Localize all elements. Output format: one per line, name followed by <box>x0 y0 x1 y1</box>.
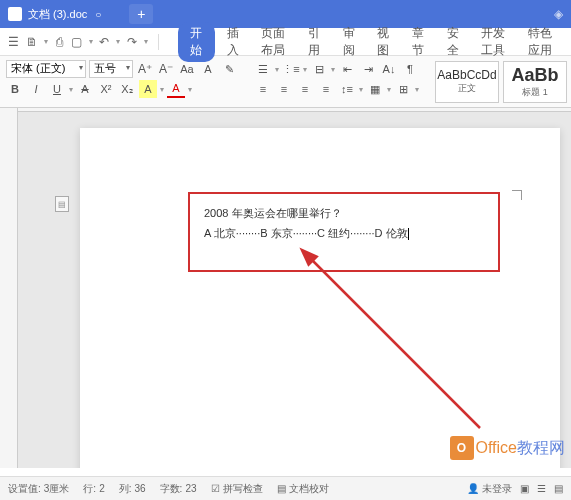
tab-layout[interactable]: 页面布局 <box>251 22 296 62</box>
style-preview: AaBbCcDd <box>437 68 496 82</box>
justify-icon[interactable]: ≡ <box>317 80 335 98</box>
sort-icon[interactable]: A↓ <box>380 60 398 78</box>
ribbon-tabs: 开始 插入 页面布局 引用 审阅 视图 章节 安全 开发工具 特色应用 <box>178 22 563 62</box>
chevron-down-icon[interactable]: ▾ <box>144 37 148 46</box>
style-normal[interactable]: AaBbCcDd 正文 <box>435 61 499 103</box>
workspace: 2008 年奥运会在哪里举行？ A 北京········B 东京········… <box>0 108 571 468</box>
doc-icon <box>8 7 22 21</box>
shading-icon[interactable]: ▦ <box>366 80 384 98</box>
status-words[interactable]: 字数: 23 <box>160 482 197 496</box>
style-heading1[interactable]: AaBb 标题 1 <box>503 61 567 103</box>
borders-icon[interactable]: ⊞ <box>394 80 412 98</box>
doc-icon: ▤ <box>277 483 286 494</box>
paragraph-group: ☰▾ ⋮≡▾ ⊟▾ ⇤ ⇥ A↓ ¶ ≡ ≡ ≡ ≡ ↕≡▾ ▦▾ ⊞▾ <box>254 60 419 103</box>
italic-button[interactable]: I <box>27 80 45 98</box>
status-setting: 设置值: 3厘米 <box>8 482 69 496</box>
status-col: 列: 36 <box>119 482 146 496</box>
status-login[interactable]: 👤未登录 <box>467 482 512 496</box>
tab-reference[interactable]: 引用 <box>298 22 331 62</box>
view-page-icon[interactable]: ▣ <box>520 483 529 494</box>
chevron-down-icon[interactable]: ▾ <box>116 37 120 46</box>
status-row: 行: 2 <box>83 482 104 496</box>
text-cursor <box>408 228 409 240</box>
align-right-icon[interactable]: ≡ <box>296 80 314 98</box>
menu-icon[interactable]: ☰ <box>8 34 20 50</box>
highlight-button[interactable]: A <box>139 80 157 98</box>
preview-icon[interactable]: ▢ <box>71 34 83 50</box>
chevron-down-icon[interactable]: ▾ <box>89 37 93 46</box>
view-outline-icon[interactable]: ☰ <box>537 483 546 494</box>
align-center-icon[interactable]: ≡ <box>275 80 293 98</box>
status-bar: 设置值: 3厘米 行: 2 列: 36 字数: 23 ☑拼写检查 ▤文档校对 👤… <box>0 476 571 500</box>
selection-box: 2008 年奥运会在哪里举行？ A 北京········B 东京········… <box>188 192 500 272</box>
styles-group: AaBbCcDd 正文 AaBb 标题 1 <box>435 60 567 103</box>
tab-insert[interactable]: 插入 <box>217 22 250 62</box>
indent-left-icon[interactable]: ⇤ <box>338 60 356 78</box>
tab-security[interactable]: 安全 <box>437 22 470 62</box>
document-title: 文档 (3).doc <box>28 7 87 22</box>
watermark-text: Office教程网 <box>476 438 566 459</box>
underline-button[interactable]: U <box>48 80 66 98</box>
user-icon: 👤 <box>467 483 479 494</box>
print-icon[interactable]: ⎙ <box>54 34 66 50</box>
style-label: 标题 1 <box>522 86 548 99</box>
status-doccheck[interactable]: ▤文档校对 <box>277 482 329 496</box>
show-marks-icon[interactable]: ¶ <box>401 60 419 78</box>
tab-review[interactable]: 审阅 <box>333 22 366 62</box>
bullets-icon[interactable]: ☰ <box>254 60 272 78</box>
tab-close-icon[interactable]: ○ <box>95 9 101 20</box>
document-line2[interactable]: A 北京········B 东京········C 纽约········D 伦敦 <box>204 224 484 244</box>
save-icon[interactable]: 🗎 <box>26 34 38 50</box>
undo-icon[interactable]: ↶ <box>99 34 111 50</box>
vertical-ruler[interactable] <box>0 108 18 468</box>
indent-right-icon[interactable]: ⇥ <box>359 60 377 78</box>
new-tab-button[interactable]: + <box>129 4 153 24</box>
status-spellcheck[interactable]: ☑拼写检查 <box>211 482 263 496</box>
style-preview: AaBb <box>511 65 558 86</box>
tab-start[interactable]: 开始 <box>178 22 215 62</box>
tab-chapter[interactable]: 章节 <box>402 22 435 62</box>
superscript-button[interactable]: X² <box>97 80 115 98</box>
document-page[interactable]: 2008 年奥运会在哪里举行？ A 北京········B 东京········… <box>80 128 560 468</box>
line-spacing-icon[interactable]: ↕≡ <box>338 80 356 98</box>
multilevel-icon[interactable]: ⊟ <box>310 60 328 78</box>
quick-access-toolbar: ☰ 🗎 ▾ ⎙ ▢ ▾ ↶ ▾ ↷ ▾ 开始 插入 页面布局 引用 审阅 视图 … <box>0 28 571 56</box>
clear-format-button[interactable]: A <box>199 60 217 78</box>
ribbon: 宋体 (正文) 五号 A⁺ A⁻ Aa A ✎ B I U ▾ A X² X₂ … <box>0 56 571 108</box>
subscript-button[interactable]: X₂ <box>118 80 136 98</box>
numbering-icon[interactable]: ⋮≡ <box>282 60 300 78</box>
margin-corner-mark <box>512 190 522 200</box>
page-tag-icon: ▤ <box>55 196 69 212</box>
font-group: 宋体 (正文) 五号 A⁺ A⁻ Aa A ✎ B I U ▾ A X² X₂ … <box>6 60 238 103</box>
app-menu-icon[interactable]: ◈ <box>554 7 563 21</box>
align-left-icon[interactable]: ≡ <box>254 80 272 98</box>
font-color-button[interactable]: A <box>167 80 185 98</box>
watermark-logo-icon: O <box>450 436 474 460</box>
strike-button[interactable]: A <box>76 80 94 98</box>
format-brush-icon[interactable]: ✎ <box>220 60 238 78</box>
horizontal-ruler[interactable] <box>18 108 571 112</box>
font-name-combo[interactable]: 宋体 (正文) <box>6 60 86 78</box>
font-size-combo[interactable]: 五号 <box>89 60 133 78</box>
style-label: 正文 <box>458 82 476 95</box>
case-button[interactable]: Aa <box>178 60 196 78</box>
tab-special[interactable]: 特色应用 <box>518 22 563 62</box>
tab-view[interactable]: 视图 <box>367 22 400 62</box>
document-line1[interactable]: 2008 年奥运会在哪里举行？ <box>204 204 484 224</box>
check-icon: ☑ <box>211 483 220 494</box>
watermark: O Office教程网 <box>450 436 566 460</box>
bold-button[interactable]: B <box>6 80 24 98</box>
view-web-icon[interactable]: ▤ <box>554 483 563 494</box>
chevron-down-icon[interactable]: ▾ <box>44 37 48 46</box>
increase-font-button[interactable]: A⁺ <box>136 60 154 78</box>
decrease-font-button[interactable]: A⁻ <box>157 60 175 78</box>
tab-devtools[interactable]: 开发工具 <box>471 22 516 62</box>
redo-icon[interactable]: ↷ <box>126 34 138 50</box>
